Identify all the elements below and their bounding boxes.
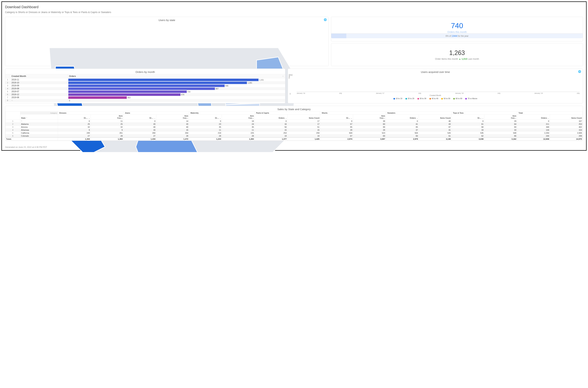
table-row[interactable]: 6Colorado2728272828281919676960616266244… — [5, 135, 583, 138]
users-by-state-panel: 🌐 Users by state — [5, 17, 329, 66]
chevron-down-icon: ⌄ — [282, 75, 284, 77]
category-header[interactable]: Total — [517, 112, 583, 115]
chevron-down-icon: ⌄ — [89, 117, 90, 119]
chevron-down-icon: ⌄ — [220, 117, 221, 119]
users-acquired-panel: 🌐 Users acquired over time Users 250 0 J… — [288, 69, 583, 103]
obm-col-orders[interactable]: Orders ⌄ — [68, 74, 285, 78]
chevron-down-icon: ⌄ — [548, 117, 549, 119]
page-subtitle: Category is Shorts or Dresses or Jeans o… — [5, 11, 583, 14]
page-title: Download Dashboard — [5, 5, 583, 9]
order-items-this-month-kpi: 1,263 Order Items this month ▲ 1,010 Las… — [331, 43, 583, 66]
ua-chart[interactable] — [297, 75, 580, 92]
orders-header[interactable]: Orders⌄ — [255, 115, 288, 120]
globe-icon: 🌐 — [578, 70, 581, 73]
sort-asc-icon: ˄ — [26, 117, 27, 119]
orders-header[interactable]: Orders⌄ — [517, 115, 550, 120]
category-header[interactable]: Sweaters — [386, 112, 451, 115]
obm-row[interactable]: 72019-06353 — [5, 96, 285, 99]
category-header[interactable]: Dresses — [58, 112, 123, 115]
orders-header[interactable]: Or…⌄ — [320, 115, 353, 120]
items-header[interactable]: Items Count — [550, 115, 583, 120]
orders-by-month-panel: Orders by month Created Month Orders ⌄ 1… — [5, 69, 285, 103]
chevron-down-icon: ⌄ — [154, 117, 156, 119]
obm-row[interactable]: 8⦰0 — [5, 99, 285, 102]
items-header[interactable]: ItemCou… — [484, 115, 517, 120]
orders-by-month-title: Orders by month — [5, 69, 285, 74]
kpi-orders-progress: 6% of 13444 for the year — [331, 33, 583, 38]
state-header[interactable]: State˄ — [20, 115, 58, 120]
kpi-items-value: 1,263 — [449, 49, 465, 57]
obm-row[interactable]: 22019-101,081 — [5, 81, 285, 84]
legend-item[interactable]: 10 to 19 — [393, 97, 402, 99]
sales-table[interactable]: CategoryDressesJeansMaternityPants & Cap… — [5, 111, 583, 141]
kpi-items-label: Order Items this month — [435, 58, 458, 60]
orders-header[interactable]: Or…⌄ — [58, 115, 90, 120]
orders-this-month-kpi: 740 Orders this month 6% of 13444 for th… — [331, 17, 583, 41]
ua-legend: 10 to 1920 to 2930 to 3940 to 4950 to 59… — [290, 97, 580, 99]
kpi-items-delta: ▲ 1,010 — [459, 58, 467, 60]
ua-xaxis-label: Created Month — [290, 95, 580, 97]
legend-item[interactable]: 20 to 29 — [406, 97, 414, 99]
items-header[interactable]: Items Count — [419, 115, 452, 120]
obm-col-month[interactable]: Created Month — [10, 74, 68, 78]
map-title: Users by state — [5, 17, 328, 22]
category-header-label: Category — [20, 112, 58, 115]
table-row[interactable]: 1⦰0110140180170380400290167 — [5, 120, 583, 123]
orders-header[interactable]: Orders⌄ — [386, 115, 419, 120]
chevron-down-icon: ⌄ — [417, 117, 418, 119]
totals-label: Totals — [5, 137, 58, 141]
kpi-orders-value: 740 — [451, 22, 463, 30]
obm-row[interactable]: 12019-111,151 — [5, 78, 285, 81]
table-row[interactable]: 4Arkansas9916161111151528283741333313415… — [5, 129, 583, 132]
sales-panel: Sales by State and Category CategoryDres… — [5, 106, 583, 141]
category-header[interactable]: Pants & Capris — [255, 112, 320, 115]
obm-row[interactable]: 62019-12679 — [5, 93, 285, 96]
items-header[interactable]: ItemCou… — [222, 115, 255, 120]
chevron-down-icon: ⌄ — [285, 117, 287, 119]
orders-header[interactable]: Or…⌄ — [452, 115, 484, 120]
table-row[interactable]: 3Arizona32324040353550518588858768693484… — [5, 126, 583, 129]
legend-item[interactable]: 40 to 49 — [430, 97, 438, 99]
kpi-orders-label: Orders this month — [447, 31, 467, 33]
items-header[interactable]: Items Count — [287, 115, 320, 120]
kpi-orders-total: 13444 — [452, 35, 457, 37]
category-header[interactable]: Jeans — [123, 112, 189, 115]
legend-item[interactable]: 50 to 59 — [441, 97, 450, 99]
legend-item[interactable]: 30 to 39 — [417, 97, 426, 99]
orders-header[interactable]: Or…⌄ — [123, 115, 156, 120]
sales-title: Sales by State and Category — [5, 106, 583, 111]
items-header[interactable]: ItemCou… — [156, 115, 189, 120]
category-header[interactable]: Maternity — [189, 112, 254, 115]
legend-item[interactable]: 70 or Above — [465, 97, 477, 99]
table-row[interactable]: 5California24926126026421822525325950452… — [5, 132, 583, 135]
chevron-down-icon: ⌄ — [482, 117, 483, 119]
obm-row[interactable]: 52019-07716 — [5, 90, 285, 93]
obm-row[interactable]: 42019-08887 — [5, 87, 285, 90]
items-header[interactable]: ItemCou… — [353, 115, 386, 120]
users-acquired-title: Users acquired over time — [288, 69, 583, 74]
items-header[interactable]: ItemCou… — [90, 115, 123, 120]
legend-item[interactable]: 60 to 69 — [453, 97, 462, 99]
obm-row[interactable]: 32019-09946 — [5, 84, 285, 87]
ua-xaxis: January '16JulyJanuary '17JulyJanuary '1… — [297, 92, 580, 94]
kpi-orders-pct: 6% — [446, 35, 449, 37]
chevron-down-icon: ⌄ — [351, 117, 352, 119]
globe-icon: 🌐 — [324, 18, 327, 21]
category-header[interactable]: Shorts — [320, 112, 386, 115]
table-row[interactable]: 2Alabama25252020232416175760414361642112… — [5, 123, 583, 126]
category-header[interactable]: Tops & Tees — [452, 112, 517, 115]
orders-header[interactable]: Or…⌄ — [189, 115, 222, 120]
